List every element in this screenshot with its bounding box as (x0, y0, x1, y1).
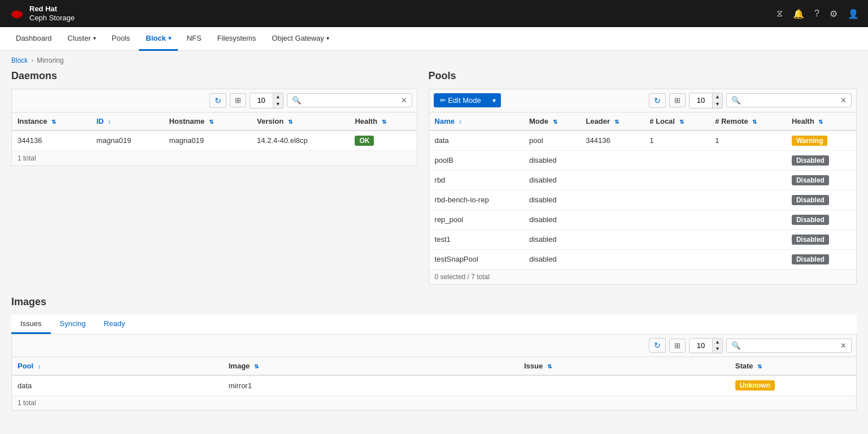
pools-col-health[interactable]: Health ⇅ (786, 112, 856, 131)
daemons-section: Daemons ↻ ⊞ ▲ ▼ 🔍 (11, 70, 417, 285)
bell-icon[interactable]: 🔔 (793, 8, 804, 19)
user-icon[interactable]: 👤 (848, 8, 859, 19)
pool-health: Warning (786, 131, 856, 151)
subnav-object-gateway[interactable]: Object Gateway ▾ (265, 27, 336, 51)
subnav-nfs[interactable]: NFS (180, 27, 208, 51)
image-state: Unknown (730, 375, 856, 395)
daemons-col-hostname[interactable]: Hostname ⇅ (163, 112, 251, 131)
daemons-grid-button[interactable]: ⊞ (230, 93, 246, 107)
daemons-footer: 1 total (12, 150, 417, 166)
pools-search-clear[interactable]: ✕ (836, 94, 851, 107)
pools-section: Pools ✏ Edit Mode ▾ ↻ ⊞ ▲ (429, 70, 857, 285)
daemons-search-input[interactable] (306, 94, 396, 107)
images-col-image[interactable]: Image ⇅ (223, 357, 518, 375)
pool-mode: disabled (524, 210, 580, 229)
edit-mode-button-group: ✏ Edit Mode ▾ (434, 93, 501, 107)
table-row: test1 disabled Disabled (429, 229, 856, 249)
pool-health: Disabled (786, 150, 856, 170)
pool-mode: disabled (524, 229, 580, 249)
task-icon[interactable]: ⧖ (777, 8, 783, 19)
pool-health: Disabled (786, 249, 856, 269)
pool-local (644, 150, 709, 170)
pool-leader (580, 229, 644, 249)
images-search-icon[interactable]: 🔍 (727, 339, 745, 352)
daemons-refresh-button[interactable]: ↻ (210, 93, 226, 108)
pools-search-box: 🔍 ✕ (726, 93, 852, 107)
pool-remote (709, 229, 786, 249)
image-name: mirror1 (223, 375, 518, 395)
pool-mode: disabled (524, 249, 580, 269)
daemons-page-size: ▲ ▼ (250, 93, 283, 108)
pools-page-size-input[interactable] (690, 94, 712, 107)
pool-name: rep_pool (429, 210, 524, 229)
daemons-page-size-down[interactable]: ▼ (273, 101, 283, 108)
daemons-search-clear[interactable]: ✕ (396, 94, 412, 107)
daemons-col-instance[interactable]: Instance ⇅ (12, 112, 91, 131)
pool-leader (580, 249, 644, 269)
images-toolbar: ↻ ⊞ ▲ ▼ 🔍 ✕ (12, 335, 856, 358)
pools-col-leader[interactable]: Leader ⇅ (580, 112, 644, 131)
daemons-col-id[interactable]: ID ↕ (91, 112, 164, 131)
pool-name: poolB (429, 150, 524, 170)
images-grid-button[interactable]: ⊞ (669, 338, 686, 353)
pools-title: Pools (429, 70, 857, 82)
images-search-clear[interactable]: ✕ (836, 339, 851, 352)
pools-grid-button[interactable]: ⊞ (669, 93, 686, 107)
table-row: rbd-bench-io-rep disabled Disabled (429, 190, 856, 210)
table-row: data pool 344136 1 1 Warning (429, 131, 856, 151)
daemons-toolbar: ↻ ⊞ ▲ ▼ 🔍 ✕ (12, 89, 417, 112)
pools-col-name[interactable]: Name ↕ (429, 112, 524, 131)
subnav-filesystems[interactable]: Filesystems (211, 27, 263, 51)
subnav-pools[interactable]: Pools (105, 27, 137, 51)
gear-icon[interactable]: ⚙ (830, 8, 838, 19)
svg-point-0 (11, 10, 23, 18)
pool-health: Disabled (786, 229, 856, 249)
daemons-table: Instance ⇅ ID ↕ Hostname ⇅ Version ⇅ Hea… (12, 112, 417, 150)
daemons-page-size-up[interactable]: ▲ (273, 93, 283, 101)
daemons-col-health[interactable]: Health ⇅ (349, 112, 416, 131)
daemons-col-version[interactable]: Version ⇅ (251, 112, 349, 131)
pools-col-remote[interactable]: # Remote ⇅ (709, 112, 786, 131)
pools-col-local[interactable]: # Local ⇅ (644, 112, 709, 131)
table-row: poolB disabled Disabled (429, 150, 856, 170)
block-caret: ▾ (168, 35, 171, 41)
edit-mode-dropdown-button[interactable]: ▾ (487, 93, 501, 107)
pools-refresh-button[interactable]: ↻ (649, 93, 666, 108)
subnav-block[interactable]: Block ▾ (139, 27, 177, 51)
images-page-size-up[interactable]: ▲ (713, 338, 722, 346)
images-col-state[interactable]: State ⇅ (730, 357, 856, 375)
tab-issues[interactable]: Issues (11, 315, 51, 334)
images-section: Images Issues Syncing Ready ↻ ⊞ ▲ ▼ 🔍 (11, 296, 857, 411)
daemons-page-size-input[interactable] (250, 94, 273, 107)
images-refresh-button[interactable]: ↻ (649, 338, 666, 353)
breadcrumb-parent[interactable]: Block (11, 57, 28, 64)
pool-leader: 344136 (580, 131, 644, 151)
daemons-search-icon[interactable]: 🔍 (287, 94, 306, 107)
pool-local (644, 170, 709, 190)
images-search-input[interactable] (745, 339, 836, 352)
images-page-size-down[interactable]: ▼ (713, 345, 722, 353)
subnav-cluster[interactable]: Cluster ▾ (61, 27, 103, 51)
pools-search-input[interactable] (745, 94, 836, 107)
tab-syncing[interactable]: Syncing (51, 315, 95, 334)
help-icon[interactable]: ? (814, 8, 819, 19)
images-col-pool[interactable]: Pool ↕ (12, 357, 223, 375)
pool-name: rbd (429, 170, 524, 190)
daemon-version: 14.2.4-40.el8cp (251, 131, 349, 150)
pool-local (644, 229, 709, 249)
cluster-caret: ▾ (93, 35, 96, 41)
pools-page-size-down[interactable]: ▼ (713, 101, 722, 108)
pools-page-size-up[interactable]: ▲ (713, 93, 722, 101)
images-page-size-input[interactable] (690, 339, 712, 352)
pool-mode: disabled (524, 190, 580, 210)
subnav-dashboard[interactable]: Dashboard (9, 27, 59, 51)
brand-line1: Red Hat (29, 5, 75, 14)
tab-ready[interactable]: Ready (95, 315, 134, 334)
navbar-icons: ⧖ 🔔 ? ⚙ 👤 (777, 8, 859, 19)
edit-mode-button[interactable]: ✏ Edit Mode (434, 93, 487, 107)
image-issue (518, 375, 730, 395)
pools-page-size: ▲ ▼ (689, 93, 723, 108)
pools-col-mode[interactable]: Mode ⇅ (524, 112, 580, 131)
pools-search-icon[interactable]: 🔍 (727, 94, 745, 107)
images-col-issue[interactable]: Issue ⇅ (518, 357, 730, 375)
